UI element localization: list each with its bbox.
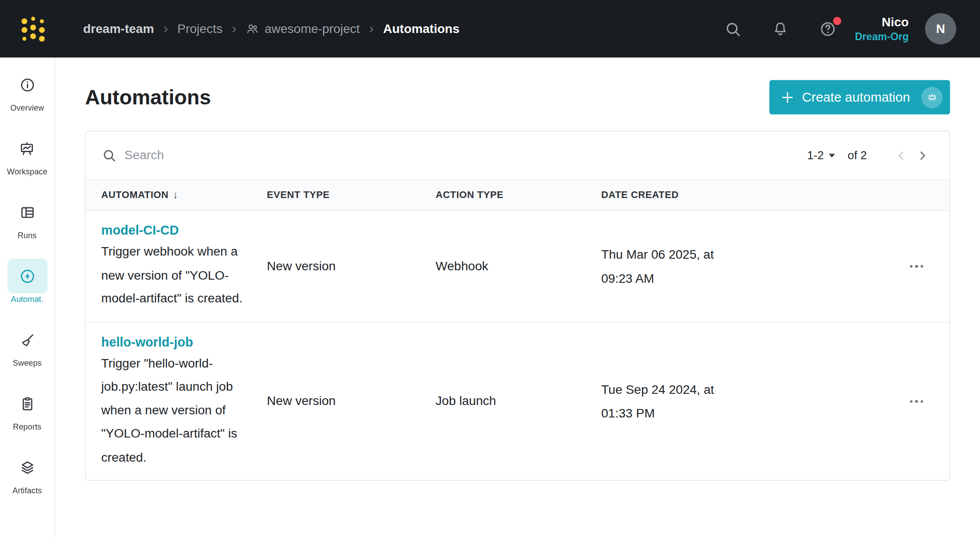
table-row: model-CI-CD Trigger webhook when a new v… — [86, 211, 949, 322]
next-page-button[interactable] — [912, 145, 933, 166]
column-header-label: AUTOMATION — [101, 190, 169, 201]
search-icon — [102, 148, 116, 162]
reports-clipboard-icon — [19, 396, 35, 412]
sidebar-item-label: Automat. — [11, 294, 44, 304]
workspace-icon — [19, 140, 35, 157]
wandb-logo-icon[interactable] — [19, 14, 47, 43]
bell-icon — [772, 21, 789, 37]
sidebar-item-label: Runs — [18, 231, 37, 240]
breadcrumb-project-label: awesome-project — [264, 21, 359, 36]
sidebar-item-workspace[interactable]: Workspace — [7, 131, 48, 176]
automations-panel: 1-2 of 2 — [85, 131, 950, 481]
sweeps-broom-icon — [19, 332, 35, 348]
previous-page-button[interactable] — [891, 145, 912, 166]
sidebar-item-automations[interactable]: Automat. — [7, 259, 47, 304]
date-created-cell: Tue Sep 24 2024, at 01:33 PM — [601, 377, 738, 425]
sidebar-item-label: Reports — [13, 422, 41, 431]
automation-cell: model-CI-CD Trigger webhook when a new v… — [101, 211, 267, 322]
column-header-event-type[interactable]: EVENT TYPE — [267, 190, 436, 201]
sidebar-item-label: Sweeps — [13, 358, 42, 368]
column-header-label: EVENT TYPE — [267, 190, 330, 201]
sort-descending-icon: ↓ — [173, 190, 178, 201]
sidebar-item-reports[interactable]: Reports — [7, 386, 47, 431]
chevron-down-icon — [829, 153, 835, 157]
breadcrumb-separator: › — [163, 22, 168, 35]
automation-name-link[interactable]: hello-world-job — [101, 332, 193, 352]
event-type-cell: New version — [267, 259, 436, 273]
search-button[interactable] — [724, 19, 742, 38]
row-menu-button[interactable] — [907, 395, 926, 408]
automation-cell: hello-world-job Trigger "hello-world-job… — [101, 322, 267, 480]
help-button[interactable] — [819, 19, 837, 38]
project-sidebar: Overview Workspace Runs Au — [0, 58, 55, 537]
automations-icon — [19, 268, 35, 284]
table-header-row: AUTOMATION ↓ EVENT TYPE ACTION TYPE DATE… — [86, 179, 949, 211]
info-icon — [19, 77, 35, 93]
create-automation-label: Create automation — [802, 90, 910, 105]
breadcrumb-separator: › — [369, 22, 374, 35]
app: dream-team › Projects › awesome-project … — [0, 0, 980, 537]
page-total-label: of 2 — [848, 149, 867, 162]
table-toolbar: 1-2 of 2 — [86, 131, 949, 179]
avatar[interactable]: N — [925, 13, 956, 44]
row-menu-button[interactable] — [907, 260, 926, 273]
notifications-button[interactable] — [771, 19, 790, 38]
user-menu[interactable]: Nico Dream-Org — [855, 14, 909, 43]
runs-table-icon — [19, 204, 35, 220]
sidebar-item-runs[interactable]: Runs — [7, 195, 47, 240]
topbar-right-cluster: Nico Dream-Org N — [695, 13, 956, 44]
chevron-left-icon — [894, 149, 908, 162]
page-title: Automations — [85, 80, 211, 114]
date-created-cell: Thu Mar 06 2025, at 09:23 AM — [601, 243, 738, 290]
column-header-label: ACTION TYPE — [436, 190, 503, 201]
sidebar-item-artifacts[interactable]: Artifacts — [7, 450, 47, 495]
page-range-label: 1-2 — [807, 149, 824, 162]
column-header-date-created[interactable]: DATE CREATED — [601, 190, 751, 201]
sidebar-item-label: Artifacts — [12, 486, 42, 495]
sidebar-item-label: Workspace — [7, 167, 48, 176]
notification-dot — [833, 17, 841, 25]
breadcrumb-current-page: Automations — [383, 21, 459, 36]
automation-description: Trigger "hello-world-job.py:latest" laun… — [101, 352, 250, 469]
breadcrumb-project[interactable]: awesome-project — [246, 21, 360, 36]
crown-icon — [926, 92, 937, 103]
premium-badge — [921, 87, 943, 108]
automation-description: Trigger webhook when a new version of "Y… — [101, 240, 250, 310]
table-row: hello-world-job Trigger "hello-world-job… — [86, 322, 949, 480]
breadcrumb-projects[interactable]: Projects — [177, 21, 222, 36]
sidebar-item-sweeps[interactable]: Sweeps — [7, 322, 47, 368]
action-type-cell: Webhook — [436, 259, 601, 273]
artifacts-layers-icon — [19, 459, 35, 475]
breadcrumb-team[interactable]: dream-team — [83, 21, 154, 36]
avatar-initial: N — [936, 21, 945, 36]
user-name: Nico — [855, 14, 909, 30]
page-header: Automations Create automation — [56, 58, 980, 115]
sidebar-item-label: Overview — [10, 103, 44, 112]
main-content: Automations Create automation — [56, 58, 980, 537]
column-header-automation[interactable]: AUTOMATION ↓ — [101, 190, 267, 201]
breadcrumb-separator: › — [232, 22, 236, 35]
sidebar-item-overview[interactable]: Overview — [7, 67, 47, 112]
chevron-right-icon — [916, 149, 930, 162]
column-header-action-type[interactable]: ACTION TYPE — [436, 190, 601, 201]
page-range-dropdown[interactable]: 1-2 — [807, 149, 835, 162]
team-icon — [246, 22, 259, 36]
column-header-label: DATE CREATED — [601, 190, 679, 201]
search-icon — [725, 21, 741, 37]
pagination: 1-2 of 2 — [807, 145, 933, 166]
create-automation-button[interactable]: Create automation — [770, 80, 950, 114]
top-navigation-bar: dream-team › Projects › awesome-project … — [0, 0, 980, 58]
search-input[interactable] — [124, 148, 807, 162]
event-type-cell: New version — [267, 394, 436, 408]
user-org: Dream-Org — [855, 30, 909, 44]
automation-name-link[interactable]: model-CI-CD — [101, 220, 179, 240]
action-type-cell: Job launch — [436, 394, 601, 408]
breadcrumb: dream-team › Projects › awesome-project … — [83, 21, 459, 36]
plus-icon — [781, 91, 795, 104]
